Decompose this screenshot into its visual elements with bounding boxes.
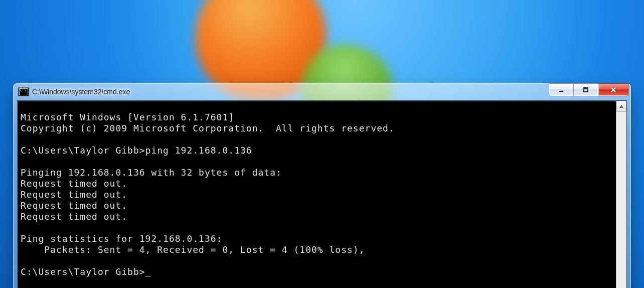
console-line: Request timed out. [21,211,127,222]
window-titlebar[interactable]: C:\Windows\system32\cmd.exe [13,83,631,100]
svg-marker-7 [619,105,623,108]
minimize-button[interactable] [549,83,574,96]
console-line: Request timed out. [21,178,127,189]
console-line: C:\Users\Taylor Gibb>ping 192.168.0.136 [21,145,252,156]
console-line: Request timed out. [21,200,127,211]
maximize-button[interactable] [574,83,598,96]
console-line: Pinging 192.168.0.136 with 32 bytes of d… [21,167,282,178]
cmd-window: C:\Windows\system32\cmd.exe [13,83,631,288]
minimize-icon [558,86,565,93]
console-line: C:\Users\Taylor Gibb> [21,266,145,277]
console-cursor: _ [145,266,151,277]
console-output[interactable]: Microsoft Windows [Version 6.1.7601] Cop… [18,110,616,288]
window-caption-buttons [549,83,629,96]
console-line: Ping statistics for 192.168.0.136: [21,233,222,244]
console-line: Copyright (c) 2009 Microsoft Corporation… [21,123,395,133]
close-button[interactable] [598,83,629,96]
desktop-background: C:\Windows\system32\cmd.exe [0,0,644,288]
vertical-scrollbar[interactable] [616,101,626,288]
console-line: Request timed out. [21,189,127,200]
window-client-area: Microsoft Windows [Version 6.1.7601] Cop… [17,100,627,288]
console-line: Microsoft Windows [Version 6.1.7601] [21,112,234,122]
close-icon [609,86,617,94]
maximize-icon [582,86,589,93]
window-title: C:\Windows\system32\cmd.exe [32,88,130,96]
console-line: Packets: Sent = 4, Received = 0, Lost = … [21,244,365,255]
scrollbar-track[interactable] [616,112,626,288]
scroll-up-button[interactable] [616,101,626,112]
cmd-icon [18,87,29,96]
chevron-up-icon [619,104,624,109]
